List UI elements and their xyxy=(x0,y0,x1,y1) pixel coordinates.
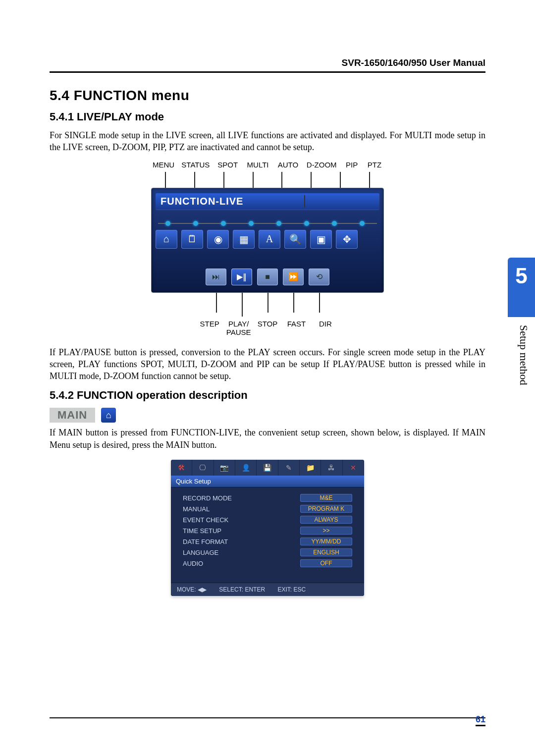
quick-setup-title: Quick Setup xyxy=(171,476,364,487)
fast-icon[interactable]: ⏩ xyxy=(283,269,304,285)
chapter-number: 5 xyxy=(508,264,535,288)
label-status: STATUS xyxy=(181,161,210,169)
network-icon[interactable]: 🖧 xyxy=(321,460,342,476)
person-icon[interactable]: 👤 xyxy=(235,460,257,476)
quick-setup-panel: 🛠 🖵 📷 👤 💾 ✎ 📁 🖧 ✕ Quick Setup RECORD MOD… xyxy=(171,460,364,596)
paragraph: For SINGLE mode setup in the LIVE screen… xyxy=(50,129,485,154)
clipboard-icon[interactable]: 🗒 xyxy=(181,230,203,249)
chapter-tab: 5 xyxy=(508,258,535,317)
function-live-diagram: MENU STATUS SPOT MULTI AUTO D-ZOOM PIP P… xyxy=(151,161,384,336)
label-fast: FAST xyxy=(283,320,309,336)
edit-icon[interactable]: ✎ xyxy=(278,460,300,476)
quick-setup-row[interactable]: LANGUAGEENGLISH xyxy=(183,547,352,558)
paragraph: If MAIN button is pressed from FUNCTION-… xyxy=(50,427,485,451)
step-icon[interactable]: ⏭ xyxy=(206,269,226,285)
dir-icon[interactable]: ⟲ xyxy=(309,269,329,285)
wrench-icon[interactable]: 🛠 xyxy=(171,460,192,476)
quick-setup-label: AUDIO xyxy=(183,560,203,567)
stop-icon[interactable]: ■ xyxy=(257,269,278,285)
page-number: 61 xyxy=(476,714,485,726)
footer-select: SELECT: ENTER xyxy=(219,586,265,593)
quick-setup-label: TIME SETUP xyxy=(183,527,221,535)
quick-setup-row[interactable]: TIME SETUP>> xyxy=(183,525,352,536)
label-play-pause: PLAY/ PAUSE xyxy=(225,320,251,336)
monitor-icon[interactable]: 🖵 xyxy=(192,460,214,476)
label-pip: PIP xyxy=(344,161,360,169)
home-icon[interactable]: ⌂ xyxy=(156,230,177,249)
label-dzoom: D-ZOOM xyxy=(306,161,337,169)
record-icon[interactable]: ◉ xyxy=(207,230,229,249)
manual-title: SVR-1650/1640/950 User Manual xyxy=(50,57,485,73)
home-icon: ⌂ xyxy=(101,408,116,423)
move-icon[interactable]: ✥ xyxy=(336,230,358,249)
quick-setup-row[interactable]: RECORD MODEM&E xyxy=(183,492,352,503)
subsection-heading-2: 5.4.2 FUNCTION operation description xyxy=(50,389,485,402)
quick-setup-value[interactable]: >> xyxy=(300,527,352,535)
play-pause-icon[interactable]: ▶‖ xyxy=(231,269,252,285)
quick-setup-value[interactable]: ALWAYS xyxy=(300,516,352,524)
quick-setup-label: MANUAL xyxy=(183,505,210,513)
folder-icon[interactable]: 📁 xyxy=(300,460,321,476)
quick-setup-row[interactable]: AUDIOOFF xyxy=(183,558,352,569)
label-spot: SPOT xyxy=(216,161,239,169)
icon-row-top: ⌂ 🗒 ◉ ▦ A 🔍 ▣ ✥ xyxy=(156,230,379,249)
auto-a-icon[interactable]: A xyxy=(259,230,280,249)
zoom-icon[interactable]: 🔍 xyxy=(284,230,306,249)
main-label: MAIN xyxy=(50,408,95,423)
paragraph: If PLAY/PAUSE button is pressed, convers… xyxy=(50,346,485,382)
icon-row-bottom: ⏭ ▶‖ ■ ⏩ ⟲ xyxy=(156,269,379,285)
grid-icon[interactable]: ▦ xyxy=(233,230,255,249)
quick-setup-label: RECORD MODE xyxy=(183,494,232,502)
label-auto: AUTO xyxy=(276,161,299,169)
section-heading: 5.4 FUNCTION menu xyxy=(50,88,485,104)
chapter-label: Setup method xyxy=(517,325,530,385)
camera-icon[interactable]: 📷 xyxy=(214,460,235,476)
panel-title: FUNCTION-LIVE xyxy=(156,193,379,210)
label-ptz: PTZ xyxy=(366,161,383,169)
quick-setup-tabs: 🛠 🖵 📷 👤 💾 ✎ 📁 🖧 ✕ xyxy=(171,460,364,476)
footer-move: MOVE: ◀▶ xyxy=(177,586,207,593)
quick-setup-label: EVENT CHECK xyxy=(183,516,228,524)
quick-setup-row[interactable]: MANUALPROGRAM K xyxy=(183,503,352,514)
quick-setup-value[interactable]: OFF xyxy=(300,559,352,567)
close-icon[interactable]: ✕ xyxy=(343,460,364,476)
quick-setup-row[interactable]: DATE FORMATYY/MM/DD xyxy=(183,536,352,547)
subsection-heading-1: 5.4.1 LIVE/PLAY mode xyxy=(50,110,485,123)
pip-icon[interactable]: ▣ xyxy=(310,230,332,249)
quick-setup-row[interactable]: EVENT CHECKALWAYS xyxy=(183,514,352,525)
quick-setup-value[interactable]: M&E xyxy=(300,494,352,502)
footer-exit: EXIT: ESC xyxy=(277,586,306,593)
disk-icon[interactable]: 💾 xyxy=(257,460,278,476)
quick-setup-label: DATE FORMAT xyxy=(183,538,228,545)
label-dir: DIR xyxy=(313,320,338,336)
quick-setup-value[interactable]: PROGRAM K xyxy=(300,505,352,513)
diagram-top-labels: MENU STATUS SPOT MULTI AUTO D-ZOOM PIP P… xyxy=(151,161,384,172)
quick-setup-footer: MOVE: ◀▶ SELECT: ENTER EXIT: ESC xyxy=(171,583,364,596)
label-menu: MENU xyxy=(152,161,175,169)
label-multi: MULTI xyxy=(246,161,270,169)
label-stop: STOP xyxy=(255,320,280,336)
quick-setup-label: LANGUAGE xyxy=(183,549,218,556)
label-step: STEP xyxy=(197,320,222,336)
quick-setup-value[interactable]: YY/MM/DD xyxy=(300,538,352,545)
quick-setup-value[interactable]: ENGLISH xyxy=(300,548,352,556)
